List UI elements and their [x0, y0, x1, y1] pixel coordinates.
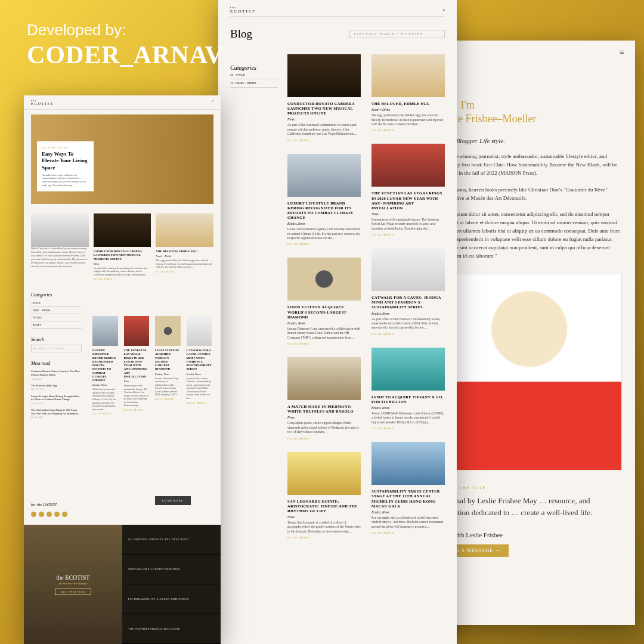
read-more-link[interactable]: READ MORE [94, 277, 113, 280]
post-meta: News [287, 117, 361, 121]
post-title: CONDUCTOR DONATO CABRERA LAUNCHES TWO NE… [287, 101, 361, 116]
load-more-button[interactable]: LOAD MORE [155, 496, 191, 505]
grid-post[interactable]: THE VENETIAN LAS VEGAS RINGS IN 2020 LUN… [124, 316, 150, 415]
post-image [371, 54, 445, 97]
blog-post[interactable]: CATWALK FOR A CAUSE: JESSICA MINH ANH'S … [371, 248, 445, 336]
mostread-item[interactable]: Luxury Lifestyle Brand Kering Recognized… [31, 395, 82, 405]
read-more-link[interactable]: READ MORE [287, 243, 310, 246]
post-excerpt: Global environmental agency CDP recently… [92, 388, 118, 411]
twitter-icon[interactable] [39, 512, 44, 517]
post-meta: Ecotist, News [155, 373, 181, 376]
post-image [287, 357, 361, 400]
post-image [94, 213, 151, 247]
post-meta: Ecotist, News [187, 373, 212, 376]
categories-heading: Categories [230, 64, 278, 71]
social-icons [31, 512, 67, 517]
sidebar-category-row[interactable]: › STYLE [31, 300, 82, 307]
post-title: CATWALK FOR A CAUSE: JESSICA MINH ANH'S … [187, 349, 212, 371]
read-more-link[interactable]: READ MORE [287, 342, 310, 345]
post-title: THE VENETIAN LAS VEGAS RINGS IN 2020 LUN… [124, 349, 150, 379]
hamburger-icon[interactable]: ≡ [620, 48, 624, 57]
read-more-link[interactable]: READ MORE [155, 398, 174, 401]
read-more-link[interactable]: READ MORE [187, 401, 206, 404]
post-excerpt: Tenuta San Leonardo is cradled in a sliv… [287, 521, 361, 534]
linkedin-icon[interactable] [62, 512, 67, 517]
grid-post[interactable]: CATWALK FOR A CAUSE: JESSICA MINH ANH'S … [187, 316, 212, 415]
footer-strip[interactable]: SUSTAINABLE LUXURY HEROINES [122, 555, 221, 584]
facebook-icon[interactable] [31, 512, 36, 517]
post-image [287, 154, 361, 197]
latest-heading: for the LATEST [31, 502, 57, 507]
sidebar-categories-heading: Categories [31, 292, 82, 298]
blog-post[interactable]: LVMH TO ACQUIRE TIFFANY & CO. FOR $16 BI… [371, 348, 445, 431]
pinterest-icon[interactable] [47, 512, 52, 517]
blog-post[interactable]: SUSTAINABILITY TAKES CENTER STAGE AT THE… [371, 442, 445, 534]
sidebar-category-row[interactable]: › BOOKS [31, 321, 82, 329]
hero-excerpt: An audio-focus room reduction is a count… [42, 174, 89, 187]
grid-post[interactable]: LOUIS VUITTON ACQUIRES WORLD'S SECOND-LA… [155, 316, 181, 415]
sidebar-category-row[interactable]: › FOOD + DRINK [31, 307, 82, 314]
read-more-link[interactable]: READ MORE [371, 129, 394, 132]
hero-card[interactable]: FEATURE STORY Easy Ways To Elevate Your … [37, 141, 94, 191]
sidebar-search-input[interactable]: SEARCH + HIT ENTER [31, 345, 82, 352]
bio-image [31, 213, 89, 247]
blog-post[interactable]: SAN LEONARDO ESTATE: ARISTOCRATIC FINESS… [287, 452, 361, 540]
read-more-link[interactable]: READ MORE [371, 233, 394, 236]
footer-strip[interactable]: GLAMOROUS GREEN IN THE DEEP BLUE [122, 525, 221, 555]
blog-post[interactable]: LOUIS VUITTON ACQUIRES WORLD'S SECOND-LA… [287, 258, 361, 345]
blog-post[interactable]: THE VENETIAN LAS VEGAS RINGS IN 2020 LUN… [371, 144, 445, 236]
category-row[interactable]: 56STYLE [230, 71, 278, 79]
mostread-item[interactable]: The Venetian Las Vegas Rings in 2020 Lun… [31, 408, 82, 419]
about-para-1: An award-winning journalist, style ambas… [436, 153, 622, 178]
blog-post[interactable]: THE BELOVED, EDIBLE EGG Food + Drink The… [371, 54, 445, 132]
mostread-item[interactable]: Conductor Donato Cabrera Launches Two Ne… [31, 370, 82, 380]
logo[interactable]: theECOTIST [230, 6, 256, 14]
read-more-link[interactable]: READ MORE [371, 531, 394, 534]
sidebar-category-row[interactable]: › TRAVEL [31, 314, 82, 321]
hamburger-icon[interactable]: ≡ [443, 8, 445, 12]
about-work-heading: Work with Leslie Frisbee [436, 531, 622, 538]
read-more-link[interactable]: READ MORE [92, 412, 112, 415]
read-more-link[interactable]: READ MORE [124, 408, 143, 411]
post-excerpt: As part of her iconic Fashion x Sustaina… [371, 317, 445, 330]
post-title: LUXURY LIFESTYLE BRAND KERING RECOGNIZED… [287, 201, 361, 221]
search-input[interactable]: TYPE YOUR SEARCH + HIT ENTER [349, 30, 445, 38]
blog-post[interactable]: LUXURY LIFESTYLE BRAND KERING RECOGNIZED… [287, 154, 361, 246]
sidebar-mostread-heading: Most read [31, 361, 82, 366]
read-more-link[interactable]: READ MORE [371, 427, 394, 430]
post-meta: Ecotist, News [371, 406, 445, 410]
read-more-link[interactable]: READ MORE [156, 270, 175, 273]
post-meta: News [287, 416, 361, 419]
post-image [287, 452, 361, 495]
sidebar-search-heading: Search [31, 337, 82, 342]
post-excerpt: Synonymous with sustainable luxury, The … [371, 218, 445, 231]
footer-strip[interactable]: THE NONDEPENDENCE MAGAZINE [122, 614, 221, 644]
post-image [155, 316, 181, 346]
blog-post[interactable]: CONDUCTOR DONATO CABRERA LAUNCHES TWO NE… [287, 54, 361, 142]
read-more-link[interactable]: READ MORE [287, 139, 310, 142]
footer-cta-button[interactable]: GET INSPIRED [55, 589, 91, 595]
logo[interactable]: theECOTIST [31, 99, 54, 106]
instagram-icon[interactable] [54, 512, 60, 517]
read-more-link[interactable]: READ MORE [287, 536, 310, 539]
read-more-link[interactable]: READ MORE [371, 333, 394, 336]
post-meta: Food + Drink [156, 255, 213, 258]
hamburger-icon[interactable]: ≡ [212, 99, 213, 106]
mostread-item[interactable]: The Beloved, Edible EggMar 31, 2020 [31, 384, 82, 391]
footer-tagline: for the eco-chic lifestyle [58, 582, 87, 585]
read-more-link[interactable]: READ MORE [287, 437, 310, 440]
post-image [92, 316, 118, 346]
hero-image: FEATURE STORY Easy Ways To Elevate Your … [31, 114, 213, 204]
post-image [371, 144, 445, 187]
post-title: THE VENETIAN LAS VEGAS RINGS IN 2020 LUN… [371, 191, 445, 210]
grid-post[interactable]: LUXURY LIFESTYLE BRAND KERING RECOGNIZED… [92, 316, 118, 415]
blog-post[interactable]: A MATCH MADE IN PIEDMONT: WHITE TRUFFLES… [287, 357, 361, 440]
categories-block: Categories 56STYLE19FOOD + DRINK [230, 64, 278, 88]
post-image [371, 248, 445, 291]
category-row[interactable]: 19FOOD + DRINK [230, 79, 278, 88]
post-meta: Food + Drink [371, 108, 445, 112]
post-title: CATWALK FOR A CAUSE: JESSICA MINH ANH'S … [371, 295, 445, 309]
post-image [287, 258, 361, 301]
post-title: THE BELOVED, EDIBLE EGG [156, 250, 213, 253]
footer-strip[interactable]: I'M DREAMING OF A GREEN CHRISTMAS [122, 584, 221, 614]
